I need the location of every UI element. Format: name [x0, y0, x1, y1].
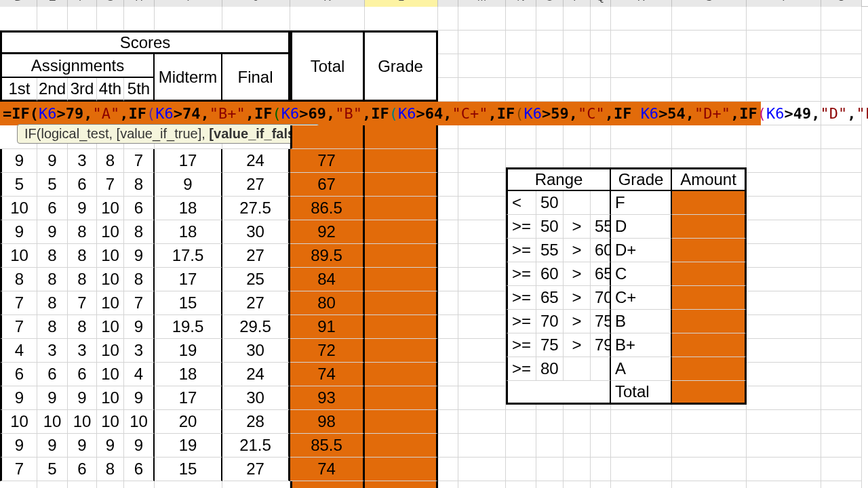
bg-cell[interactable]: [458, 30, 506, 54]
assign-cell[interactable]: 8: [124, 220, 155, 244]
assign-cell[interactable]: 7: [0, 315, 37, 339]
column-header-G[interactable]: G: [97, 0, 124, 7]
lookup-lo[interactable]: 50: [536, 191, 564, 215]
bg-cell[interactable]: [438, 481, 458, 488]
formula-bar-inline[interactable]: =IF(K6>79,"A",IF(K6>74,"B+",IF(K6>69,"B"…: [0, 102, 761, 125]
bg-cell[interactable]: [591, 7, 611, 30]
bg-cell[interactable]: [438, 291, 458, 315]
bg-cell[interactable]: [591, 125, 611, 149]
bg-cell[interactable]: [506, 481, 536, 488]
bg-cell[interactable]: [124, 7, 155, 30]
lookup-grade[interactable]: F: [611, 191, 672, 215]
bg-cell[interactable]: [591, 410, 611, 434]
bg-cell[interactable]: [458, 125, 506, 149]
bg-cell[interactable]: [458, 268, 506, 291]
bg-cell[interactable]: [438, 173, 458, 197]
bg-cell[interactable]: [438, 244, 458, 268]
lookup-grade[interactable]: C+: [611, 286, 672, 310]
total-cell[interactable]: 67: [290, 173, 365, 197]
bg-cell[interactable]: [222, 7, 290, 30]
total-cell[interactable]: 77: [290, 149, 365, 173]
grade-cell[interactable]: [365, 173, 438, 197]
bg-cell[interactable]: [747, 220, 821, 244]
bg-cell[interactable]: [821, 125, 862, 149]
column-header-U[interactable]: U: [821, 0, 862, 7]
lookup-lo[interactable]: 65: [536, 286, 564, 310]
bg-cell[interactable]: [458, 197, 506, 220]
lookup-op1[interactable]: <: [506, 191, 536, 215]
column-header-E[interactable]: E: [37, 0, 68, 7]
total-cell[interactable]: 84: [290, 268, 365, 291]
final-cell[interactable]: 21.5: [222, 434, 290, 458]
bg-cell[interactable]: [821, 54, 862, 78]
bg-cell[interactable]: [672, 54, 747, 78]
bg-cell[interactable]: [506, 54, 536, 78]
bg-cell[interactable]: [672, 125, 747, 149]
lookup-lo[interactable]: 80: [536, 357, 564, 381]
bg-cell[interactable]: [564, 54, 591, 78]
bg-cell[interactable]: [747, 125, 821, 149]
bg-cell[interactable]: [611, 125, 672, 149]
assign-cell[interactable]: 10: [97, 197, 124, 220]
lookup-lo[interactable]: 60: [536, 262, 564, 286]
midterm-cell[interactable]: 15: [155, 291, 222, 315]
lookup-lo[interactable]: 50: [536, 215, 564, 239]
bg-cell[interactable]: [821, 7, 862, 30]
bg-cell[interactable]: [747, 458, 821, 481]
assign-cell[interactable]: 9: [37, 149, 68, 173]
bg-cell[interactable]: [155, 7, 222, 30]
bg-cell[interactable]: [37, 7, 68, 30]
bg-cell[interactable]: [68, 481, 97, 488]
lookup-amount[interactable]: [672, 357, 747, 381]
assign-cell[interactable]: 8: [97, 458, 124, 481]
assign-cell[interactable]: 9: [0, 434, 37, 458]
assign-cell[interactable]: 3: [124, 339, 155, 363]
total-cell[interactable]: 72: [290, 339, 365, 363]
bg-cell[interactable]: [821, 339, 862, 363]
lookup-hi[interactable]: 60: [591, 239, 611, 262]
bg-cell[interactable]: [458, 7, 506, 30]
bg-cell[interactable]: [747, 149, 821, 173]
bg-cell[interactable]: [747, 7, 821, 30]
lookup-lo[interactable]: 55: [536, 239, 564, 262]
bg-cell[interactable]: [536, 434, 564, 458]
assign-cell[interactable]: 6: [68, 363, 97, 386]
lookup-amount[interactable]: [672, 191, 747, 215]
assign-cell[interactable]: 9: [68, 434, 97, 458]
bg-cell[interactable]: [0, 481, 37, 488]
lookup-grade[interactable]: B: [611, 310, 672, 333]
assign-cell[interactable]: 7: [97, 173, 124, 197]
assign-cell[interactable]: 10: [124, 410, 155, 434]
bg-cell[interactable]: [747, 434, 821, 458]
grade-cell[interactable]: [365, 386, 438, 410]
total-cell[interactable]: 86.5: [290, 197, 365, 220]
bg-cell[interactable]: [591, 481, 611, 488]
assign-cell[interactable]: 7: [124, 149, 155, 173]
bg-cell[interactable]: [611, 7, 672, 30]
column-header-I[interactable]: I: [155, 0, 222, 7]
bg-cell[interactable]: [155, 481, 222, 488]
lookup-op2[interactable]: >: [564, 239, 591, 262]
assign-cell[interactable]: 9: [124, 244, 155, 268]
grade-cell[interactable]: [365, 363, 438, 386]
bg-cell[interactable]: [821, 149, 862, 173]
grade-cell[interactable]: [365, 339, 438, 363]
lookup-amount[interactable]: [672, 239, 747, 262]
bg-cell[interactable]: [672, 410, 747, 434]
lookup-amount[interactable]: [672, 310, 747, 333]
bg-cell[interactable]: [747, 78, 821, 102]
assign-cell[interactable]: 8: [37, 244, 68, 268]
bg-cell[interactable]: [591, 78, 611, 102]
lookup-op1[interactable]: >=: [506, 333, 536, 357]
bg-cell[interactable]: [747, 30, 821, 54]
bg-cell[interactable]: [747, 481, 821, 488]
assign-cell[interactable]: 6: [68, 173, 97, 197]
bg-cell[interactable]: [222, 481, 290, 488]
grade-cell[interactable]: [365, 434, 438, 458]
bg-cell[interactable]: [591, 30, 611, 54]
lookup-op1[interactable]: >=: [506, 357, 536, 381]
grade-cell[interactable]: [365, 458, 438, 481]
assign-cell[interactable]: 8: [68, 244, 97, 268]
lookup-amount[interactable]: [672, 286, 747, 310]
total-cell[interactable]: 74: [290, 458, 365, 481]
